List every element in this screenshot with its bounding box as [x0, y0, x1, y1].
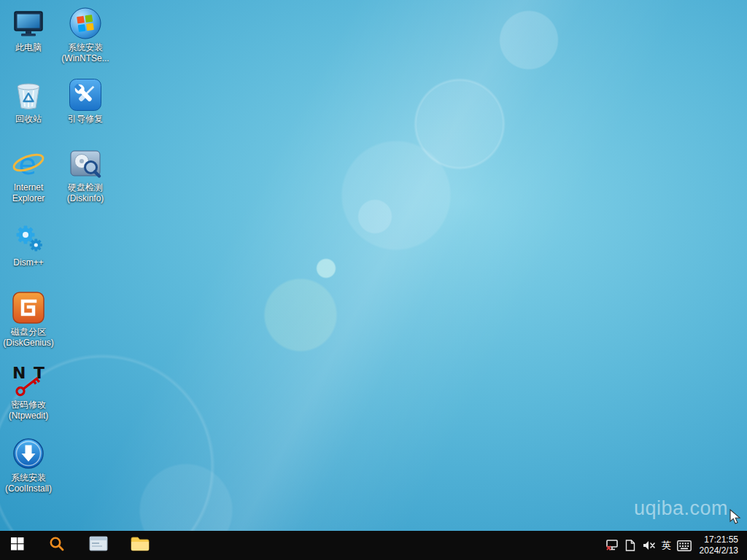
desktop-icon-sublabel: (Diskinfo) [58, 193, 113, 204]
desktop-icon-label: 磁盘分区 [1, 327, 56, 338]
search-button[interactable] [39, 531, 74, 560]
desktop-icon-diskinfo[interactable]: 硬盘检测 (Diskinfo) [58, 146, 113, 204]
desktop-icon-label: 硬盘检测 [58, 182, 113, 193]
desktop-icon-boot-repair[interactable]: 引导修复 [58, 77, 113, 125]
ime-indicator[interactable]: 英 [658, 539, 676, 552]
desktop-icon-sublabel: (WinNTSe... [58, 53, 113, 64]
desktop-icon-coolinstall[interactable]: 系统安装 (CoolInstall) [1, 436, 56, 494]
desktop-icon-sublabel: Explorer [1, 193, 56, 204]
taskbar-app-file-explorer[interactable] [123, 531, 158, 560]
clock-date: 2024/2/13 [700, 545, 738, 556]
desktop-icon-internet-explorer[interactable]: e Internet Explorer [1, 146, 56, 204]
clock-time: 17:21:55 [700, 534, 738, 545]
taskbar: 英 17:21:55 2024/2/13 [0, 531, 747, 560]
desktop-icon-dism[interactable]: Dism++ [1, 221, 56, 268]
desktop-icon-label: 引导修复 [58, 114, 113, 125]
watermark: uqiba.com [634, 497, 728, 520]
pe-tools-icon [89, 535, 108, 556]
gears-icon [11, 221, 46, 256]
svg-text:e: e [18, 147, 36, 181]
desktop-icon-label: 密码修改 [1, 400, 56, 411]
desktop-icon-label: Dism++ [1, 257, 56, 268]
this-pc-icon [11, 6, 46, 41]
desktop-icon-label: 回收站 [1, 114, 56, 125]
taskbar-app-pe-tools[interactable] [81, 531, 116, 560]
desktop-icon-sublabel: (CoolInstall) [1, 483, 56, 494]
desktop-icon-winntsetup[interactable]: 系统安装 (WinNTSe... [58, 6, 113, 64]
download-arrow-icon [11, 436, 46, 471]
start-button[interactable] [0, 531, 35, 560]
recycle-bin-icon [11, 77, 46, 112]
system-tray: 英 17:21:55 2024/2/13 [603, 531, 747, 560]
touch-keyboard-icon[interactable] [676, 531, 694, 560]
diskgenius-icon [11, 290, 46, 325]
nt-key-icon: N T [11, 363, 46, 398]
taskbar-clock[interactable]: 17:21:55 2024/2/13 [694, 534, 746, 556]
desktop-icon-sublabel: (Ntpwedit) [1, 411, 56, 421]
desktop-icon-sublabel: (DiskGenius) [1, 338, 56, 349]
volume-muted-icon[interactable] [640, 531, 658, 560]
desktop-icon-label: Internet [1, 182, 56, 193]
search-icon [49, 536, 65, 555]
desktop-icon-diskgenius[interactable]: 磁盘分区 (DiskGenius) [1, 290, 56, 349]
desktop-icon-label: 系统安装 [1, 472, 56, 483]
svg-text:N: N [12, 364, 26, 382]
disk-magnifier-icon [68, 146, 103, 181]
file-explorer-icon [131, 536, 150, 555]
start-icon [11, 537, 24, 553]
desktop-icon-ntpwedit[interactable]: N T 密码修改 (Ntpwedit) [1, 363, 56, 421]
desktop-icon-recycle-bin[interactable]: 回收站 [1, 77, 56, 125]
network-disconnected-icon[interactable] [603, 531, 622, 560]
desktop-icon-label: 系统安装 [58, 42, 113, 53]
windows-orb-icon [68, 6, 103, 41]
wrench-tools-icon [68, 77, 103, 112]
document-icon[interactable] [622, 531, 640, 560]
desktop-icon-this-pc[interactable]: 此电脑 [1, 6, 56, 53]
internet-explorer-icon: e [11, 146, 46, 181]
desktop-icon-label: 此电脑 [1, 42, 56, 53]
